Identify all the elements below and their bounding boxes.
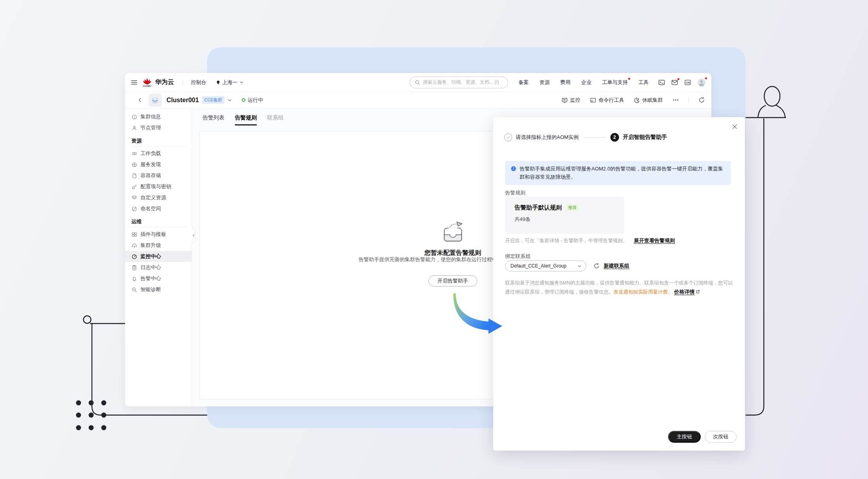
price-details-link[interactable]: 价格详情: [674, 289, 694, 295]
select-chevron-icon: [577, 264, 582, 269]
tab[interactable]: 联系组: [267, 114, 284, 125]
rule-section-label: 告警规则: [505, 189, 526, 196]
sidebar-item-label: 插件与模板: [140, 231, 166, 238]
huawei-logo: HUAWEI: [142, 78, 152, 87]
slashcircle-icon: [131, 206, 137, 212]
lang-cn-icon[interactable]: CN: [684, 79, 691, 86]
global-search-input[interactable]: 搜索云服务、功能、资源、文档... (/): [410, 77, 508, 88]
sidebar-item[interactable]: 日志中心: [125, 262, 192, 273]
sidebar-item[interactable]: 服务发现: [125, 159, 192, 170]
globe-icon: [131, 162, 137, 168]
step2-number: 2: [610, 133, 619, 142]
cluster-action-label: 命令行工具: [599, 97, 624, 104]
topbar-menu-item[interactable]: 资源: [539, 79, 550, 86]
huawei-flower-icon: [142, 78, 152, 85]
search-placeholder: 搜索云服务、功能、资源、文档... (/): [423, 79, 499, 86]
step1-label: 请选择指标上报的AOM实例: [516, 134, 579, 141]
sidebar-item[interactable]: 集群信息: [125, 111, 192, 122]
avatar[interactable]: [697, 78, 706, 87]
topbar-menu-item[interactable]: 企业: [581, 79, 591, 86]
sidebar-item[interactable]: 监控中心: [125, 251, 192, 262]
sidebar-item-label: 命名空间: [140, 205, 161, 212]
page: HUAWEI 华为云 控制台 上海一 搜索云服务、功能、资源、文档... (/)…: [0, 0, 868, 479]
sidebar-collapse-handle[interactable]: [192, 228, 195, 242]
step2-label: 开启智能告警助手: [623, 134, 667, 141]
sidebar-item-label: 监控中心: [140, 253, 161, 260]
cluster-action[interactable]: 命令行工具: [590, 97, 624, 104]
empty-inbox-icon: [440, 221, 466, 244]
region-selector[interactable]: 上海一: [216, 79, 244, 86]
tab[interactable]: 告警列表: [202, 114, 224, 125]
sidebar-section-label: 资源: [125, 137, 192, 145]
avatar-badge: [705, 77, 707, 80]
brand-name: 华为云: [155, 78, 174, 86]
cluster-action-label: 休眠集群: [642, 97, 663, 104]
mail-badge: [677, 78, 680, 80]
terminal-icon[interactable]: [658, 79, 665, 86]
sidebar-item[interactable]: 命名空间: [125, 203, 192, 214]
layers-icon: [131, 195, 137, 201]
topbar-menu-item[interactable]: 工单与支持: [602, 79, 628, 86]
sidebar-item-label: 告警中心: [140, 275, 161, 282]
topbar-menu: 备案资源费用企业工单与支持工具: [518, 79, 649, 86]
contact-group-label: 绑定联系组: [505, 253, 531, 260]
mail-icon[interactable]: [671, 79, 678, 86]
cluster-actions: 监控命令行工具休眠集群: [561, 97, 705, 104]
rule-hint: 开启后，可在「集群详情 - 告警助手」中管理告警规则。 展开查看告警规则: [505, 237, 675, 244]
location-pin-icon: [216, 80, 221, 85]
sidebar-item[interactable]: 集群升级: [125, 240, 192, 251]
topbar-menu-item[interactable]: 费用: [560, 79, 571, 86]
sidebar-item[interactable]: 工作负载: [125, 148, 192, 159]
bell-icon: [131, 276, 137, 282]
topbar-menu-item[interactable]: 备案: [518, 79, 529, 86]
contact-group-select[interactable]: Default_CCE_Alert_Group: [505, 260, 586, 271]
cluster-action[interactable]: 休眠集群: [634, 97, 663, 104]
step1-done-icon: [504, 133, 512, 141]
sidebar-item[interactable]: 自定义资源: [125, 192, 192, 203]
check-icon: [506, 135, 511, 140]
console-link[interactable]: 控制台: [191, 79, 206, 86]
cluster-status: 运行中: [242, 97, 263, 104]
gauge-icon: [131, 254, 137, 260]
avatar-icon: [697, 78, 706, 87]
sidebar-item[interactable]: 插件与模板: [125, 229, 192, 240]
sidebar-item[interactable]: 容器存储: [125, 170, 192, 181]
new-contact-group-link[interactable]: 新建联系组: [604, 262, 629, 269]
step-connector: [584, 137, 606, 138]
grid4-icon: [131, 232, 137, 238]
sidebar: 集群信息节点管理资源工作负载服务发现容器存储配置项与密钥自定义资源命名空间运维插…: [125, 109, 192, 406]
tab[interactable]: 告警规则: [235, 114, 257, 125]
billing-note: 发送通知按实际用量计费。: [614, 289, 673, 295]
sidebar-item[interactable]: 智能诊断: [125, 284, 192, 295]
search-icon: [415, 80, 420, 85]
cluster-action[interactable]: 监控: [561, 97, 580, 104]
contact-group-row: Default_CCE_Alert_Group 新建联系组: [505, 260, 629, 271]
refresh-icon[interactable]: [698, 97, 705, 103]
topbar-menu-item[interactable]: 工具: [638, 79, 649, 86]
hamburger-menu-icon[interactable]: [131, 79, 138, 86]
more-actions-icon[interactable]: [672, 97, 679, 103]
contact-group-value: Default_CCE_Alert_Group: [511, 263, 566, 269]
cmd-icon: [590, 97, 596, 103]
rule-card-title: 告警助手默认规则: [514, 204, 562, 211]
expand-rules-link[interactable]: 展开查看告警规则: [634, 238, 675, 243]
sidebar-section-label: 运维: [125, 217, 192, 226]
rule-hint-text: 开启后，可在「集群详情 - 告警助手」中管理告警规则。: [505, 238, 628, 243]
cluster-name: Cluster001: [166, 97, 199, 104]
key-icon: [131, 184, 137, 190]
sidebar-item[interactable]: 配置项与密钥: [125, 181, 192, 192]
sidebar-item-label: 自定义资源: [140, 194, 166, 201]
sidebar-item[interactable]: 告警中心: [125, 273, 192, 284]
sidebar-item[interactable]: 节点管理: [125, 122, 192, 133]
enable-alert-assistant-button[interactable]: 开启告警助手: [428, 275, 477, 286]
primary-button[interactable]: 主按钮: [668, 431, 701, 443]
close-icon[interactable]: [731, 123, 738, 130]
back-icon[interactable]: [137, 97, 143, 103]
cluster-switch-chevron-icon[interactable]: [227, 97, 232, 103]
refresh-contact-icon[interactable]: [593, 263, 600, 269]
default-rule-card[interactable]: 告警助手默认规则 推荐 共49条: [505, 196, 624, 234]
secondary-button[interactable]: 次按钮: [705, 431, 737, 443]
sidebar-item-label: 集群信息: [140, 113, 161, 120]
sidebar-item-label: 工作负载: [140, 150, 161, 157]
info-banner-text: 告警助手集成应用运维管理服务AOM2.0的告警功能，提供容器告警一键开启能力，覆…: [520, 165, 725, 181]
